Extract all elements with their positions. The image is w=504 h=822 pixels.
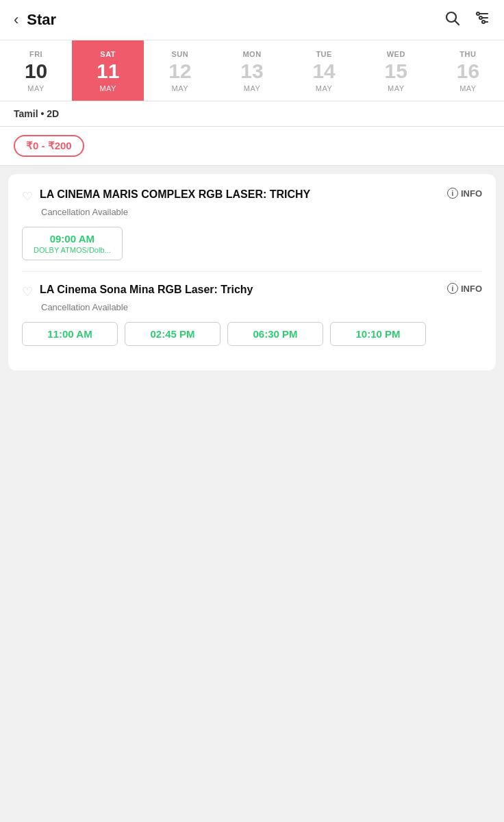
- showtime-tag-dolby: DOLBY ATMOS/Dolb...: [34, 246, 111, 254]
- main-content: ♡ LA CINEMA MARIS COMPLEX RGB LASER: TRI…: [0, 166, 504, 387]
- back-button[interactable]: ‹: [14, 12, 18, 27]
- cinema-name-1: LA CINEMA MARIS COMPLEX RGB LASER: TRICH…: [40, 188, 310, 202]
- showtime-time-1010: 10:10 PM: [342, 328, 414, 340]
- date-fri-10[interactable]: FRI 10 MAY: [0, 40, 72, 101]
- cinema-name-2: LA Cinema Sona Mina RGB Laser: Trichy: [40, 283, 253, 297]
- favorite-icon-2[interactable]: ♡: [22, 284, 33, 299]
- svg-point-6: [479, 16, 482, 19]
- showtime-button-1010[interactable]: 10:10 PM: [330, 322, 426, 346]
- date-sun-12[interactable]: SUN 12 MAY: [144, 40, 216, 101]
- info-label-1: INFO: [461, 188, 482, 199]
- cinema-card: ♡ LA CINEMA MARIS COMPLEX RGB LASER: TRI…: [8, 174, 496, 371]
- price-filter-bar: ₹0 - ₹200: [0, 127, 504, 166]
- app-header: ‹ Star: [0, 0, 504, 40]
- info-circle-icon-1: i: [447, 188, 458, 199]
- showtime-button-0630[interactable]: 06:30 PM: [227, 322, 323, 346]
- showtime-button-0900[interactable]: 09:00 AM DOLBY ATMOS/Dolb...: [22, 227, 123, 260]
- showtime-time-0900: 09:00 AM: [34, 233, 111, 245]
- price-range-label: ₹0 - ₹200: [26, 140, 72, 152]
- header-icons: [444, 10, 490, 30]
- cinema-name-row-2: ♡ LA Cinema Sona Mina RGB Laser: Trichy: [22, 283, 440, 299]
- header-left: ‹ Star: [14, 11, 56, 29]
- showtime-time-0245: 02:45 PM: [136, 328, 209, 340]
- svg-point-7: [482, 21, 485, 23]
- language-format-filter: Tamil • 2D: [0, 101, 504, 127]
- cinema-entry-1: ♡ LA CINEMA MARIS COMPLEX RGB LASER: TRI…: [22, 188, 482, 271]
- svg-point-5: [477, 12, 479, 15]
- info-label-2: INFO: [461, 284, 482, 294]
- date-thu-16[interactable]: THU 16 MAY: [432, 40, 504, 101]
- svg-line-1: [455, 21, 459, 25]
- format-label: 2D: [47, 108, 59, 119]
- showtime-time-0630: 06:30 PM: [239, 328, 312, 340]
- showtime-button-1100[interactable]: 11:00 AM: [22, 322, 118, 346]
- language-label: Tamil: [14, 108, 38, 119]
- showtime-button-0245[interactable]: 02:45 PM: [125, 322, 220, 346]
- date-picker: FRI 10 MAY SAT 11 MAY SUN 12 MAY MON 13 …: [0, 40, 504, 101]
- favorite-icon-1[interactable]: ♡: [22, 189, 33, 204]
- cinema-header-1: ♡ LA CINEMA MARIS COMPLEX RGB LASER: TRI…: [22, 188, 482, 204]
- page-title: Star: [27, 11, 56, 29]
- info-circle-icon-2: i: [447, 283, 458, 294]
- showtimes-2: 11:00 AM 02:45 PM 06:30 PM 10:10 PM: [22, 322, 482, 346]
- showtime-time-1100: 11:00 AM: [34, 328, 106, 340]
- date-mon-13[interactable]: MON 13 MAY: [216, 40, 288, 101]
- info-button-2[interactable]: i INFO: [447, 283, 482, 294]
- cinema-entry-2: ♡ LA Cinema Sona Mina RGB Laser: Trichy …: [22, 271, 482, 357]
- date-tue-14[interactable]: TUE 14 MAY: [288, 40, 360, 101]
- date-wed-15[interactable]: WED 15 MAY: [360, 40, 432, 101]
- filter-icon[interactable]: [474, 10, 490, 30]
- price-filter-badge[interactable]: ₹0 - ₹200: [14, 135, 84, 157]
- cancellation-text-2: Cancellation Available: [41, 302, 482, 312]
- date-sat-11[interactable]: SAT 11 MAY: [72, 40, 144, 101]
- cinema-header-2: ♡ LA Cinema Sona Mina RGB Laser: Trichy …: [22, 283, 482, 299]
- cancellation-text-1: Cancellation Available: [41, 207, 482, 217]
- cinema-name-row-1: ♡ LA CINEMA MARIS COMPLEX RGB LASER: TRI…: [22, 188, 440, 204]
- separator: •: [40, 108, 47, 119]
- showtimes-1: 09:00 AM DOLBY ATMOS/Dolb...: [22, 227, 482, 260]
- info-button-1[interactable]: i INFO: [447, 188, 482, 199]
- search-icon[interactable]: [444, 10, 460, 30]
